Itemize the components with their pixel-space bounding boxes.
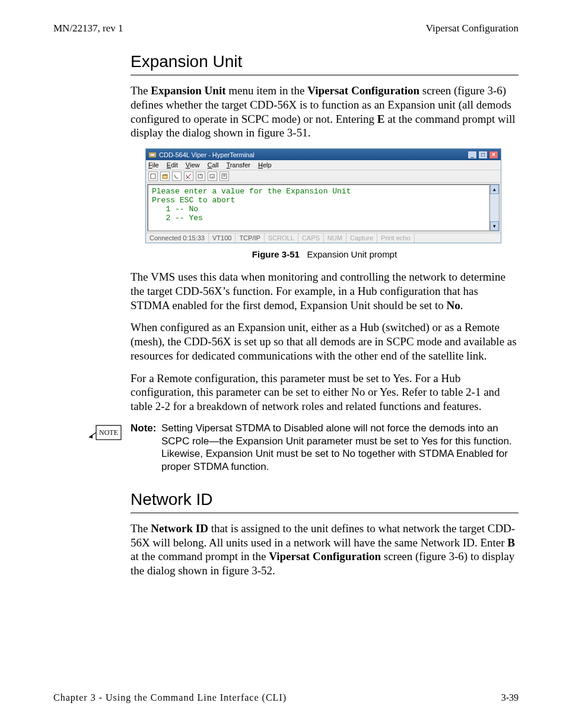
hyperterminal-statusbar: Connected 0:15:33 VT100 TCP/IP SCROLL CA… [146,233,501,243]
toolbar-send-icon[interactable] [196,171,205,181]
menu-transfer[interactable]: Transfer [226,161,250,169]
figure-number: Figure 3-51 [252,249,300,259]
hyperterminal-body: Please enter a value for the Expansion U… [147,184,500,231]
maximize-button[interactable]: □ [478,151,488,159]
menu-call[interactable]: Call [208,161,219,169]
scroll-up-icon[interactable]: ▴ [490,185,499,194]
note-body: Setting Vipersat STDMA to Disabled alone… [161,422,519,473]
status-num: NUM [324,233,346,243]
figure-caption-text: Expansion Unit prompt [307,249,397,259]
note-label: Note: [131,422,161,473]
note-icon: NOTE [89,422,125,473]
hyperterminal-title: CDD-564L Viper - HyperTerminal [148,151,255,159]
para-expansion-intro: The Expansion Unit menu item in the Vipe… [131,84,519,140]
hyperterminal-window: CDD-564L Viper - HyperTerminal _ □ × Fil… [145,148,501,243]
status-echo: Print echo [377,233,415,243]
section-heading-network-id: Network ID [131,490,519,509]
hyperterminal-icon [148,151,157,159]
main-content: Expansion Unit The Expansion Unit menu i… [131,52,519,578]
note-text: Note: Setting Vipersat STDMA to Disabled… [125,422,519,473]
toolbar-call-icon[interactable] [172,171,182,181]
para-remote-config: For a Remote configuration, this paramet… [131,371,519,414]
figure-caption: Figure 3-51 Expansion Unit prompt [131,249,519,259]
toolbar-properties-icon[interactable] [220,171,229,181]
footer-page-number: 3-39 [501,692,519,703]
running-header-right: Vipersat Configuration [426,23,519,34]
hyperterminal-toolbar [146,170,501,183]
scroll-down-icon[interactable]: ▾ [490,221,499,231]
menu-file[interactable]: File [148,161,159,169]
menu-view[interactable]: View [186,161,200,169]
vertical-scrollbar[interactable]: ▴ ▾ [489,185,499,231]
para-when-configured: When configured as an Expansion unit, ei… [131,320,519,363]
toolbar-disconnect-icon[interactable] [184,171,193,181]
para-vms: The VMS uses this data when monitoring a… [131,270,519,312]
section-heading-expansion-unit: Expansion Unit [131,52,519,71]
toolbar-new-icon[interactable] [148,171,158,181]
status-capture: Capture [346,233,377,243]
svg-rect-2 [151,174,155,179]
svg-rect-1 [150,154,155,156]
window-buttons: _ □ × [468,151,498,159]
footer-chapter: Chapter 3 - Using the Command Line Inter… [53,692,287,703]
note-icon-label: NOTE [99,428,118,437]
close-button[interactable]: × [489,151,498,159]
menu-help[interactable]: Help [258,161,272,169]
toolbar-receive-icon[interactable] [208,171,217,181]
menu-edit[interactable]: Edit [167,161,178,169]
status-connected: Connected 0:15:33 [146,233,209,243]
page-footer: Chapter 3 - Using the Command Line Inter… [53,692,519,703]
running-header-left: MN/22137, rev 1 [53,23,123,34]
status-scroll: SCROLL [265,233,298,243]
minimize-button[interactable]: _ [468,151,477,159]
note-block: NOTE Note: Setting Vipersat STDMA to Dis… [89,422,519,473]
heading-rule [131,75,519,75]
figure-3-51: CDD-564L Viper - HyperTerminal _ □ × Fil… [145,148,519,243]
hyperterminal-menubar: File Edit View Call Transfer Help [146,160,501,170]
terminal-output: Please enter a value for the Expansion U… [148,185,489,231]
toolbar-open-icon[interactable] [160,171,170,181]
hyperterminal-titlebar: CDD-564L Viper - HyperTerminal _ □ × [146,149,501,160]
heading-rule-2 [131,513,519,513]
status-caps: CAPS [298,233,324,243]
status-emulation: VT100 [209,233,236,243]
para-network-id: The Network ID that is assigned to the u… [131,522,519,578]
status-protocol: TCP/IP [236,233,264,243]
running-header: MN/22137, rev 1 Vipersat Configuration [53,23,519,34]
